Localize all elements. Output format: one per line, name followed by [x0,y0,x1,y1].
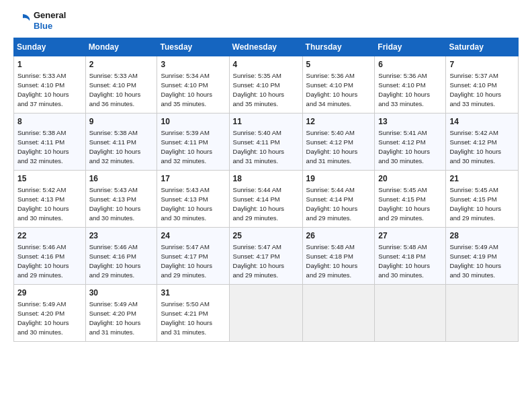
day-header-tuesday: Tuesday [157,38,229,56]
day-info: Sunrise: 5:50 AM Sunset: 4:21 PM Dayligh… [161,300,212,335]
calendar-week-row: 29Sunrise: 5:49 AM Sunset: 4:20 PM Dayli… [14,285,519,342]
day-number: 8 [17,116,82,127]
day-number: 20 [378,173,442,184]
day-info: Sunrise: 5:44 AM Sunset: 4:14 PM Dayligh… [306,186,358,221]
table-row: 15Sunrise: 5:42 AM Sunset: 4:13 PM Dayli… [14,171,86,228]
day-number: 23 [89,230,154,241]
day-info: Sunrise: 5:48 AM Sunset: 4:18 PM Dayligh… [378,243,430,278]
day-info: Sunrise: 5:49 AM Sunset: 4:20 PM Dayligh… [89,300,141,335]
calendar-week-row: 1Sunrise: 5:33 AM Sunset: 4:10 PM Daylig… [14,56,519,113]
table-row: 17Sunrise: 5:43 AM Sunset: 4:13 PM Dayli… [157,171,229,228]
day-info: Sunrise: 5:49 AM Sunset: 4:20 PM Dayligh… [17,300,69,335]
day-number: 7 [449,59,515,70]
table-row: 4Sunrise: 5:35 AM Sunset: 4:10 PM Daylig… [229,56,302,113]
table-row: 13Sunrise: 5:41 AM Sunset: 4:12 PM Dayli… [375,113,446,171]
table-row: 14Sunrise: 5:42 AM Sunset: 4:12 PM Dayli… [446,113,519,171]
calendar-page: General Blue SundayMondayTuesdayWednesda… [0,0,532,411]
calendar-week-row: 22Sunrise: 5:46 AM Sunset: 4:16 PM Dayli… [14,228,519,285]
table-row: 3Sunrise: 5:34 AM Sunset: 4:10 PM Daylig… [157,56,229,113]
day-header-thursday: Thursday [302,38,375,56]
table-row: 9Sunrise: 5:38 AM Sunset: 4:11 PM Daylig… [85,113,157,171]
day-info: Sunrise: 5:45 AM Sunset: 4:15 PM Dayligh… [449,186,501,221]
day-info: Sunrise: 5:35 AM Sunset: 4:10 PM Dayligh… [233,72,285,107]
day-number: 5 [306,59,371,70]
day-header-sunday: Sunday [14,38,86,56]
day-info: Sunrise: 5:36 AM Sunset: 4:10 PM Dayligh… [378,72,430,107]
day-number: 9 [89,116,154,127]
day-info: Sunrise: 5:47 AM Sunset: 4:17 PM Dayligh… [161,243,212,278]
table-row: 27Sunrise: 5:48 AM Sunset: 4:18 PM Dayli… [375,228,446,285]
table-row: 20Sunrise: 5:45 AM Sunset: 4:15 PM Dayli… [375,171,446,228]
table-row: 16Sunrise: 5:43 AM Sunset: 4:13 PM Dayli… [85,171,157,228]
table-row: 11Sunrise: 5:40 AM Sunset: 4:11 PM Dayli… [229,113,302,171]
day-number: 18 [233,173,299,184]
logo-text: General Blue [34,10,66,31]
day-number: 6 [378,59,442,70]
day-header-wednesday: Wednesday [229,38,302,56]
day-info: Sunrise: 5:38 AM Sunset: 4:11 PM Dayligh… [17,129,69,164]
day-number: 24 [161,230,225,241]
day-number: 21 [449,173,515,184]
table-row: 23Sunrise: 5:46 AM Sunset: 4:16 PM Dayli… [85,228,157,285]
day-info: Sunrise: 5:48 AM Sunset: 4:18 PM Dayligh… [306,243,358,278]
day-number: 14 [449,116,515,127]
day-info: Sunrise: 5:39 AM Sunset: 4:11 PM Dayligh… [161,129,212,164]
day-number: 10 [161,116,225,127]
day-info: Sunrise: 5:46 AM Sunset: 4:16 PM Dayligh… [89,243,141,278]
day-number: 13 [378,116,442,127]
day-info: Sunrise: 5:45 AM Sunset: 4:15 PM Dayligh… [378,186,430,221]
table-row: 10Sunrise: 5:39 AM Sunset: 4:11 PM Dayli… [157,113,229,171]
day-info: Sunrise: 5:34 AM Sunset: 4:10 PM Dayligh… [161,72,212,107]
table-row: 30Sunrise: 5:49 AM Sunset: 4:20 PM Dayli… [85,285,157,342]
table-row: 19Sunrise: 5:44 AM Sunset: 4:14 PM Dayli… [302,171,375,228]
day-number: 16 [89,173,154,184]
day-header-monday: Monday [85,38,157,56]
calendar-table: SundayMondayTuesdayWednesdayThursdayFrid… [13,38,519,342]
day-header-saturday: Saturday [446,38,519,56]
day-number: 2 [89,59,154,70]
day-number: 30 [89,287,154,298]
day-info: Sunrise: 5:41 AM Sunset: 4:12 PM Dayligh… [378,129,430,164]
day-info: Sunrise: 5:43 AM Sunset: 4:13 PM Dayligh… [89,186,141,221]
table-row: 8Sunrise: 5:38 AM Sunset: 4:11 PM Daylig… [14,113,86,171]
table-row: 1Sunrise: 5:33 AM Sunset: 4:10 PM Daylig… [14,56,86,113]
day-info: Sunrise: 5:49 AM Sunset: 4:19 PM Dayligh… [449,243,501,278]
day-number: 27 [378,230,442,241]
day-info: Sunrise: 5:42 AM Sunset: 4:12 PM Dayligh… [449,129,501,164]
day-info: Sunrise: 5:40 AM Sunset: 4:12 PM Dayligh… [306,129,358,164]
calendar-header-row: SundayMondayTuesdayWednesdayThursdayFrid… [14,38,519,56]
day-number: 26 [306,230,371,241]
day-info: Sunrise: 5:44 AM Sunset: 4:14 PM Dayligh… [233,186,285,221]
day-number: 15 [17,173,82,184]
day-info: Sunrise: 5:42 AM Sunset: 4:13 PM Dayligh… [17,186,69,221]
day-number: 19 [306,173,371,184]
day-number: 11 [233,116,299,127]
day-info: Sunrise: 5:36 AM Sunset: 4:10 PM Dayligh… [306,72,358,107]
table-row: 28Sunrise: 5:49 AM Sunset: 4:19 PM Dayli… [446,228,519,285]
header: General Blue [13,10,519,31]
day-number: 4 [233,59,299,70]
day-number: 28 [449,230,515,241]
day-number: 17 [161,173,225,184]
table-row: 21Sunrise: 5:45 AM Sunset: 4:15 PM Dayli… [446,171,519,228]
day-header-friday: Friday [375,38,446,56]
day-number: 22 [17,230,82,241]
day-info: Sunrise: 5:33 AM Sunset: 4:10 PM Dayligh… [17,72,69,107]
table-row [375,285,446,342]
table-row: 24Sunrise: 5:47 AM Sunset: 4:17 PM Dayli… [157,228,229,285]
table-row: 26Sunrise: 5:48 AM Sunset: 4:18 PM Dayli… [302,228,375,285]
table-row: 2Sunrise: 5:33 AM Sunset: 4:10 PM Daylig… [85,56,157,113]
day-info: Sunrise: 5:37 AM Sunset: 4:10 PM Dayligh… [449,72,501,107]
day-info: Sunrise: 5:47 AM Sunset: 4:17 PM Dayligh… [233,243,285,278]
table-row: 6Sunrise: 5:36 AM Sunset: 4:10 PM Daylig… [375,56,446,113]
day-number: 31 [161,287,225,298]
day-number: 25 [233,230,299,241]
table-row [302,285,375,342]
table-row: 18Sunrise: 5:44 AM Sunset: 4:14 PM Dayli… [229,171,302,228]
table-row: 29Sunrise: 5:49 AM Sunset: 4:20 PM Dayli… [14,285,86,342]
logo-bird-icon [13,11,32,30]
day-number: 1 [17,59,82,70]
calendar-week-row: 8Sunrise: 5:38 AM Sunset: 4:11 PM Daylig… [14,113,519,171]
day-info: Sunrise: 5:40 AM Sunset: 4:11 PM Dayligh… [233,129,285,164]
table-row: 5Sunrise: 5:36 AM Sunset: 4:10 PM Daylig… [302,56,375,113]
